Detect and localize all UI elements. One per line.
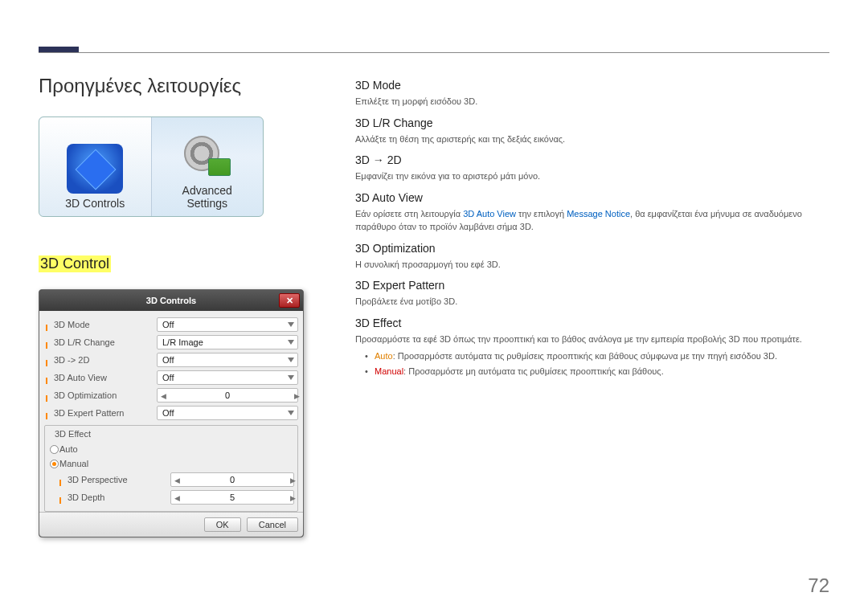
text-3d-expert-pattern: Προβάλετε ένα μοτίβο 3D. — [355, 295, 829, 309]
radio-auto[interactable]: Auto — [48, 442, 294, 456]
gear-icon — [179, 131, 235, 181]
row-3d-lr-change: 3D L/R Change L/R Image — [44, 333, 298, 351]
label-3d-to-2d: 3D -> 2D — [44, 355, 157, 365]
heading-3d-effect: 3D Effect — [355, 317, 829, 329]
bullet-auto-rest: : Προσαρμόστε αυτόματα τις ρυθμίσεις προ… — [393, 351, 777, 361]
group-3d-effect: 3D Effect Auto Manual 3D Perspective 0 3… — [44, 425, 298, 512]
controls-selector: 3D Controls Advanced Settings — [39, 116, 264, 217]
bullet-auto-key: Auto — [375, 351, 393, 361]
link-message-notice: Message Notice — [567, 209, 630, 219]
text-3d-mode: Επιλέξτε τη μορφή εισόδου 3D. — [355, 95, 829, 108]
heading-3d-mode: 3D Mode — [355, 79, 829, 92]
select-3d-mode[interactable]: Off — [157, 317, 298, 332]
spinner-3d-depth[interactable]: 5 — [170, 490, 294, 505]
auto-view-pre: Εάν ορίσετε στη λειτουργία — [355, 209, 463, 219]
row-3d-mode: 3D Mode Off — [44, 316, 298, 333]
select-3d-lr-change[interactable]: L/R Image — [157, 335, 298, 349]
ok-button[interactable]: OK — [204, 517, 241, 532]
radio-manual[interactable]: Manual — [48, 456, 294, 471]
bullet-manual-rest: : Προσαρμόστε μη αυτόματα τις ρυθμίσεις … — [403, 366, 664, 376]
dialog-body: 3D Mode Off 3D L/R Change L/R Image 3D -… — [39, 311, 303, 512]
bullet-manual: Manual: Προσαρμόστε μη αυτόματα τις ρυθμ… — [355, 364, 829, 379]
label-3d-optimization: 3D Optimization — [44, 390, 157, 400]
label-3d-depth: 3D Depth — [58, 492, 170, 502]
label-3d-lr-change: 3D L/R Change — [44, 337, 157, 347]
link-3d-auto-view: 3D Auto View — [463, 209, 516, 219]
advanced-settings-label-2: Settings — [186, 197, 227, 210]
row-3d-to-2d: 3D -> 2D Off — [44, 351, 298, 369]
label-3d-mode: 3D Mode — [44, 320, 157, 329]
auto-view-mid: την επιλογή — [516, 209, 567, 219]
bullet-list-3d-effect: Auto: Προσαρμόστε αυτόματα τις ρυθμίσεις… — [355, 349, 829, 378]
spinner-3d-optimization[interactable]: 0 — [157, 388, 298, 403]
heading-3d-auto-view: 3D Auto View — [355, 191, 829, 204]
row-3d-auto-view: 3D Auto View Off — [44, 369, 298, 386]
section-3d-control-heading: 3D Control — [39, 255, 111, 272]
row-3d-expert-pattern: 3D Expert Pattern Off — [44, 404, 298, 422]
dialog-title-text: 3D Controls — [146, 296, 196, 305]
cancel-button[interactable]: Cancel — [247, 517, 298, 532]
label-3d-expert-pattern: 3D Expert Pattern — [44, 408, 157, 418]
heading-3d-optimization: 3D Optimization — [355, 242, 829, 255]
text-3d-auto-view: Εάν ορίσετε στη λειτουργία 3D Auto View … — [355, 207, 829, 234]
sub-3d-effect: 3D Perspective 0 3D Depth 5 — [48, 471, 294, 506]
header-divider — [39, 52, 829, 53]
right-column: 3D Mode Επιλέξτε τη μορφή εισόδου 3D. 3D… — [355, 79, 829, 378]
page-title: Προηγμένες λειτουργίες — [39, 75, 241, 97]
label-3d-perspective: 3D Perspective — [58, 475, 170, 484]
page-number: 72 — [808, 574, 829, 597]
select-3d-to-2d[interactable]: Off — [157, 353, 298, 367]
group-title-3d-effect: 3D Effect — [51, 429, 94, 439]
advanced-settings-label-1: Advanced — [182, 184, 232, 197]
advanced-settings-tab[interactable]: Advanced Settings — [152, 117, 264, 216]
select-3d-auto-view[interactable]: Off — [157, 370, 298, 385]
controls-3d-tab[interactable]: 3D Controls — [39, 117, 152, 216]
heading-3d-expert-pattern: 3D Expert Pattern — [355, 279, 829, 292]
controls-3d-label: 3D Controls — [65, 197, 125, 210]
heading-3d-lr-change: 3D L/R Change — [355, 116, 829, 129]
row-3d-optimization: 3D Optimization 0 — [44, 386, 298, 404]
label-3d-auto-view: 3D Auto View — [44, 373, 157, 382]
text-3d-lr-change: Αλλάξτε τη θέση της αριστερής και της δε… — [355, 133, 829, 146]
select-3d-expert-pattern[interactable]: Off — [157, 406, 298, 420]
dialog-title: 3D Controls ✕ — [39, 290, 303, 311]
text-3d-to-2d: Εμφανίζει την εικόνα για το αριστερό μάτ… — [355, 170, 829, 183]
close-icon[interactable]: ✕ — [279, 293, 300, 308]
bullet-manual-key: Manual — [375, 366, 403, 376]
spinner-3d-perspective[interactable]: 0 — [170, 472, 294, 487]
bullet-auto: Auto: Προσαρμόστε αυτόματα τις ρυθμίσεις… — [355, 349, 829, 364]
dialog-footer: OK Cancel — [39, 512, 303, 537]
cube-icon — [67, 144, 123, 194]
heading-3d-to-2d: 3D → 2D — [355, 153, 829, 166]
text-3d-effect: Προσαρμόστε τα εφέ 3D όπως την προοπτική… — [355, 333, 829, 346]
text-3d-optimization: Η συνολική προσαρμογή του εφέ 3D. — [355, 258, 829, 272]
dialog-3d-controls: 3D Controls ✕ 3D Mode Off 3D L/R Change … — [39, 289, 304, 537]
